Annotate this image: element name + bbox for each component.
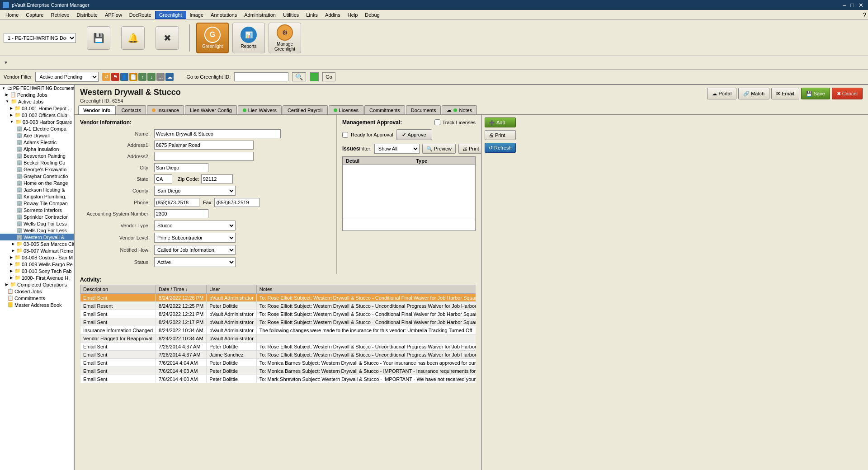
menu-home[interactable]: Home <box>2 11 22 19</box>
fax-input[interactable] <box>214 198 259 207</box>
tree-kingston[interactable]: 🏢Kingston Plumbing, <box>0 193 74 200</box>
tree-western-drywall[interactable]: 🏢Western Drywall & <box>0 234 74 240</box>
tree-poway[interactable]: 🏢Poway Tile Compan <box>0 200 74 207</box>
tree-beaverton[interactable]: 🏢Beaverton Painting <box>0 152 74 159</box>
tree-ace-drywall[interactable]: 🏢Ace Drywall <box>0 132 74 139</box>
activity-row-6[interactable]: Email Sent 7/26/2014 4:37 AM Peter Dolit… <box>80 343 476 351</box>
activity-row-8[interactable]: Email Sent 7/6/2014 4:04 AM Peter Dolitt… <box>80 359 476 367</box>
close-toolbar-button[interactable]: ✖ <box>152 23 183 53</box>
document-dropdown[interactable]: 1 - PE-TECHWRITING Documer <box>4 33 76 43</box>
state-input[interactable] <box>154 174 172 183</box>
tree-03001[interactable]: ▶📁03-001 Home Depot - <box>0 105 74 112</box>
zip-input[interactable] <box>201 174 233 183</box>
print-button[interactable]: 🖨 Print <box>458 144 481 154</box>
name-input[interactable] <box>154 129 281 138</box>
preview-button[interactable]: 🔍 Preview <box>422 144 456 154</box>
menu-retrieve[interactable]: Retrieve <box>47 11 73 19</box>
tree-commitments[interactable]: 📋Commitments <box>0 295 74 301</box>
cancel-button[interactable]: ✖ Cancel <box>832 88 863 99</box>
tree-03003[interactable]: ▼📁03-003 Harbor Square <box>0 118 74 125</box>
menu-help[interactable]: Help <box>344 11 362 19</box>
tree-a1electric[interactable]: 🏢A-1 Electric Compa <box>0 125 74 132</box>
activity-row-7[interactable]: Email Sent 7/26/2014 4:37 AM Jaime Sanch… <box>80 351 476 359</box>
tree-03010[interactable]: ▶📁03-010 Sony Tech Fab <box>0 268 74 274</box>
reports-toolbar-btn[interactable]: 📊 Reports <box>232 23 265 53</box>
more-icon[interactable]: … <box>156 73 165 81</box>
tree-completed-ops[interactable]: ▶📁Completed Operations <box>0 281 74 288</box>
tree-closed-jobs[interactable]: 📋Closed Jobs <box>0 288 74 295</box>
tab-insurance[interactable]: Insurance <box>147 105 184 114</box>
filter-dropdown[interactable]: Active and Pending <box>35 72 99 82</box>
add-button[interactable]: ➕ Add <box>485 118 516 127</box>
tab-contacts[interactable]: Contacts <box>117 105 146 114</box>
menu-links[interactable]: Links <box>302 11 321 19</box>
tree-home-range[interactable]: 🏢Home on the Range <box>0 179 74 186</box>
tree-georges[interactable]: 🏢George's Excavatio <box>0 166 74 173</box>
tree-graybar[interactable]: 🏢Graybar Constructio <box>0 173 74 179</box>
vendor-type-select[interactable]: Stucco <box>154 221 236 230</box>
menu-docroute[interactable]: DocRoute <box>126 11 155 19</box>
activity-row-9[interactable]: Email Sent 7/6/2014 4:03 AM Peter Dolitt… <box>80 367 476 375</box>
tree-1000[interactable]: ▶📁1000- First Avenue Hi <box>0 274 74 281</box>
menu-debug[interactable]: Debug <box>361 11 383 19</box>
download-icon[interactable]: ↓ <box>147 73 156 81</box>
tree-sorrento[interactable]: 🏢Sorrento Interiors <box>0 207 74 213</box>
tree-alpha-insulation[interactable]: 🏢Alpha Insulation <box>0 146 74 152</box>
save-button[interactable]: 💾 Save <box>801 88 830 99</box>
address1-input[interactable] <box>154 141 254 150</box>
tree-03009[interactable]: ▶📁03-009 Wells Fargo Re <box>0 261 74 268</box>
tree-pending-jobs[interactable]: ▶📋Pending Jobs <box>0 91 74 98</box>
activity-row-3[interactable]: Email Sent 8/24/2022 12:17 PM pVault Adm… <box>80 318 476 326</box>
county-select[interactable]: San Diego <box>154 186 236 196</box>
tree-wells1[interactable]: 🏢Wells Dug For Less <box>0 220 74 227</box>
menu-greenlight[interactable]: Greenlight <box>155 11 186 19</box>
tree-03007[interactable]: ▶📁03-007 Walmart Remo <box>0 247 74 254</box>
activity-row-10[interactable]: Email Sent 7/6/2014 4:00 AM Peter Dolitt… <box>80 375 476 383</box>
goto-input[interactable] <box>234 72 288 81</box>
side-print-button[interactable]: 🖨 Print <box>485 130 516 140</box>
activity-row-4[interactable]: Insurance Information Changed 8/24/2022 … <box>80 326 476 334</box>
activity-row-0[interactable]: Email Sent 8/24/2022 12:26 PM pVault Adm… <box>80 294 476 302</box>
minimize-button[interactable]: – <box>841 2 848 9</box>
greenlight-status-icon[interactable] <box>310 72 319 81</box>
person-icon[interactable]: 👤 <box>120 73 128 81</box>
tab-documents[interactable]: Documents <box>406 105 441 114</box>
tree-adams-electric[interactable]: 🏢Adams Electric <box>0 139 74 146</box>
menu-distribute[interactable]: Distribute <box>73 11 101 19</box>
tab-vendor-info[interactable]: Vendor Info <box>78 105 116 114</box>
go-button[interactable]: 🔍 <box>292 72 306 81</box>
close-button[interactable]: ✕ <box>857 2 865 9</box>
activity-row-2[interactable]: Email Sent 8/24/2022 12:21 PM pVault Adm… <box>80 310 476 318</box>
phone-input[interactable] <box>154 198 199 207</box>
notified-select[interactable]: Called for Job Information <box>154 245 236 255</box>
tree-master-address[interactable]: 📒Master Address Book <box>0 301 74 308</box>
menu-annotations[interactable]: Annotations <box>207 11 241 19</box>
issues-filter-select[interactable]: Show All <box>374 144 420 154</box>
menu-utilities[interactable]: Utilities <box>279 11 302 19</box>
tab-licenses[interactable]: Licenses <box>329 105 363 114</box>
save-toolbar-button[interactable]: 💾 <box>83 23 114 53</box>
accounting-input[interactable] <box>154 209 208 218</box>
tree-jackson-heating[interactable]: 🏢Jackson Heating & <box>0 186 74 193</box>
maximize-button[interactable]: □ <box>849 2 856 9</box>
portal-button[interactable]: ☁ Portal <box>707 88 736 99</box>
tree-03008[interactable]: ▶📁03-008 Costco - San M <box>0 254 74 261</box>
menu-addins[interactable]: Addins <box>321 11 344 19</box>
flag-icon[interactable]: ⚑ <box>111 73 119 81</box>
go-text-button[interactable]: Go <box>322 72 335 81</box>
activity-row-1[interactable]: Email Resent 8/24/2022 12:25 PM Peter Do… <box>80 302 476 310</box>
tab-notes[interactable]: ☁ Notes <box>442 105 477 114</box>
tree-wells2[interactable]: 🏢Wells Dug For Less <box>0 227 74 234</box>
menu-image[interactable]: Image <box>186 11 208 19</box>
track-licenses-checkbox[interactable] <box>434 119 440 125</box>
document-icon[interactable]: 📄 <box>129 73 137 81</box>
tree-03002[interactable]: ▶📁03-002 Officers Club - <box>0 112 74 118</box>
refresh-vendor-icon[interactable]: ↺ <box>102 73 110 81</box>
greenlight-toolbar-btn[interactable]: G Greenlight <box>196 23 229 53</box>
tree-root[interactable]: ▼🗂PE-TECHWRITING Documents <box>0 85 74 91</box>
approve-button[interactable]: ✔ Approve <box>396 129 432 140</box>
tree-03005[interactable]: ▶📁03-005 San Marcos Cit <box>0 240 74 247</box>
upload-icon[interactable]: ↑ <box>138 73 146 81</box>
menu-apflow[interactable]: APFlow <box>101 11 126 19</box>
help-icon[interactable]: ? <box>863 11 866 19</box>
